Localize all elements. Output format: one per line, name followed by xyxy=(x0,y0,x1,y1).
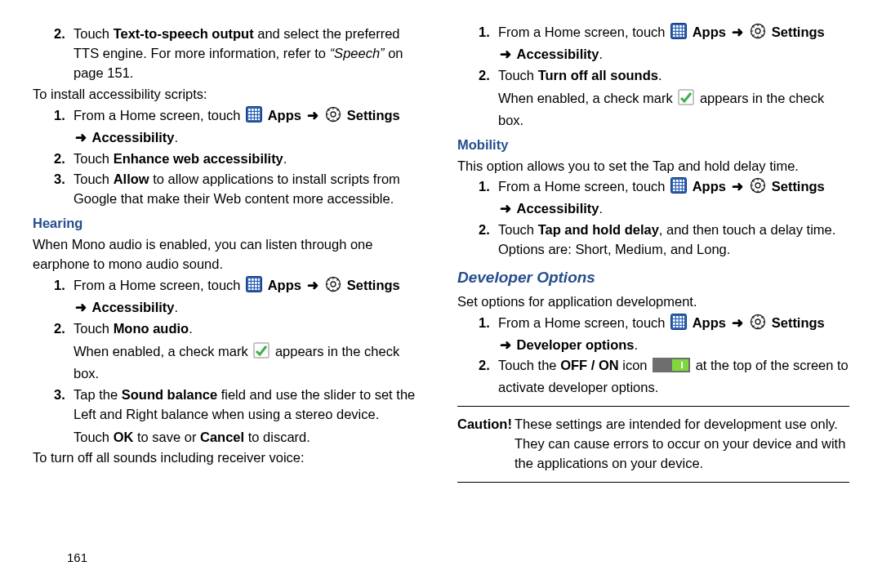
mobility-step-1: 1. From a Home screen, touch Apps ➜ Sett… xyxy=(479,177,849,219)
apps-icon xyxy=(670,23,687,45)
install-step-2: 2. Touch Enhance web accessibility. xyxy=(54,149,425,169)
hearing-intro: When Mono audio is enabled, you can list… xyxy=(33,235,425,274)
settings-icon xyxy=(750,23,766,45)
mobility-heading: Mobility xyxy=(457,136,849,155)
arrow-icon: ➜ xyxy=(732,179,743,194)
arrow-icon: ➜ xyxy=(75,130,87,145)
dev-step-2: 2. Touch the OFF / ON icon at the top of… xyxy=(479,356,849,398)
hearing-step-2: 2. Touch Mono audio. When enabled, a che… xyxy=(54,319,425,384)
install-scripts-intro: To install accessibility scripts: xyxy=(33,85,425,105)
settings-icon xyxy=(325,276,341,298)
arrow-icon: ➜ xyxy=(732,315,743,330)
arrow-icon: ➜ xyxy=(307,278,318,292)
page-number: 161 xyxy=(67,549,849,567)
hearing-step-3: 3. Tap the Sound balance field and use t… xyxy=(54,385,425,448)
mobility-intro: This option allows you to set the Tap an… xyxy=(457,157,849,176)
turnoff-step-2: 2. Touch Turn off all sounds. When enabl… xyxy=(479,66,849,131)
arrow-icon: ➜ xyxy=(500,337,511,352)
arrow-icon: ➜ xyxy=(500,201,511,216)
apps-icon xyxy=(670,177,687,199)
caution-rule-bottom xyxy=(457,482,849,483)
hearing-step-1: 1. From a Home screen, touch Apps ➜ Sett… xyxy=(54,276,425,318)
turnoff-step-1: 1. From a Home screen, touch Apps ➜ Sett… xyxy=(479,23,849,65)
turnoff-intro: To turn off all sounds including receive… xyxy=(33,448,425,468)
page-columns: 2. Touch Text-to-speech output and selec… xyxy=(33,23,849,546)
checkmark-icon xyxy=(253,342,270,364)
arrow-icon: ➜ xyxy=(500,47,511,61)
install-step-1: 1. From a Home screen, touch Apps ➜ Sett… xyxy=(54,106,425,148)
arrow-icon: ➜ xyxy=(75,300,87,314)
install-step-3: 3. Touch Allow to allow applications to … xyxy=(54,170,425,209)
tts-step-2: 2. Touch Text-to-speech output and selec… xyxy=(54,24,425,83)
mobility-step-2: 2. Touch Tap and hold delay, and then to… xyxy=(479,220,849,260)
checkmark-icon xyxy=(678,89,694,111)
settings-icon xyxy=(750,177,766,199)
arrow-icon: ➜ xyxy=(732,24,743,39)
caution-rule-top xyxy=(457,406,849,407)
dev-step-1: 1. From a Home screen, touch Apps ➜ Sett… xyxy=(479,314,849,355)
developer-options-intro: Set options for application development. xyxy=(457,292,849,312)
caution-block: Caution! These settings are intended for… xyxy=(457,415,849,474)
hearing-heading: Hearing xyxy=(33,214,425,234)
apps-icon xyxy=(670,314,687,336)
arrow-icon: ➜ xyxy=(307,108,318,122)
developer-options-heading: Developer Options xyxy=(457,266,849,289)
apps-icon xyxy=(246,106,262,128)
settings-icon xyxy=(325,106,341,128)
settings-icon xyxy=(750,314,766,336)
on-off-switch-icon xyxy=(653,358,690,378)
apps-icon xyxy=(246,276,262,298)
